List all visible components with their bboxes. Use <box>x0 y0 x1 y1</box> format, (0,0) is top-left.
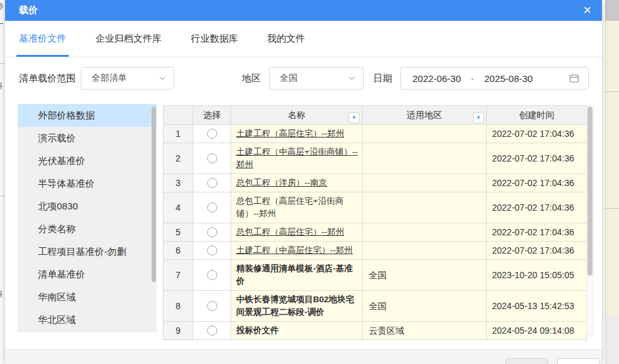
category-list-item[interactable]: 光伏基准价 <box>18 150 157 172</box>
row-select-cell <box>193 260 231 291</box>
row-index: 9 <box>164 322 193 340</box>
category-list-item[interactable]: 华北区域 <box>18 308 157 331</box>
radio-button[interactable] <box>207 326 217 336</box>
table-row: 1 土建工程（高层住宅）--郑州 2022-07-02 17:04:36 <box>164 125 587 143</box>
region-label: 地区 <box>242 73 261 85</box>
filter-triangle-glyph: ▼ <box>476 115 481 120</box>
category-list-item[interactable]: 北项0830 <box>18 195 157 218</box>
region-cell <box>363 223 487 242</box>
date-range-input[interactable]: 2022-06-30 - 2025-08-30 <box>400 67 589 90</box>
column-header-select: 选择 <box>193 106 231 125</box>
table-row: 9 投标价文件 云贵区域 2024-05-24 09:14:08 <box>164 322 587 340</box>
region-select[interactable]: 全国 <box>269 67 364 90</box>
footer-button-left[interactable] <box>505 358 548 364</box>
calendar-icon[interactable] <box>569 73 579 83</box>
category-list-item[interactable]: 分类名称 <box>18 218 157 240</box>
row-index: 8 <box>164 291 193 322</box>
file-name-link[interactable]: 中铁长春博览城项目B02地块宅间景观工程二标段-调价 <box>231 291 363 322</box>
background-line <box>605 91 619 92</box>
row-select-cell <box>193 192 231 223</box>
table-row: 3 总包工程（洋房）--南京 2022-07-02 17:04:36 <box>164 174 587 192</box>
created-time-cell: 2024-05-24 09:14:08 <box>487 322 587 340</box>
dialog-title: 载价 <box>19 4 38 16</box>
category-list-item[interactable]: 演示载价 <box>18 127 157 150</box>
created-time-cell: 2022-07-02 17:04:36 <box>487 125 587 143</box>
radio-button[interactable] <box>207 227 217 237</box>
background-line <box>605 208 619 209</box>
footer-button-right[interactable] <box>557 358 600 364</box>
background-page-right-fragment <box>602 0 619 364</box>
table-header-row: 选择 名称 ▼ 适用地区 ▼ 创建时间 <box>164 106 587 125</box>
radio-button[interactable] <box>207 153 217 163</box>
column-header-created: 创建时间 <box>487 106 587 125</box>
dialog-footer <box>5 349 602 364</box>
radio-button[interactable] <box>207 203 217 213</box>
background-text-fragment: 枓 <box>0 289 3 300</box>
category-list-item[interactable]: 清单基准价 <box>18 263 157 286</box>
row-index: 6 <box>164 242 193 260</box>
category-list-item[interactable]: 华南区域 <box>18 286 157 308</box>
radio-button[interactable] <box>207 178 217 188</box>
file-name-link[interactable]: 土建工程（高层住宅）--郑州 <box>231 125 363 143</box>
created-time-cell: 2022-07-02 17:04:36 <box>487 143 587 174</box>
created-time-cell: 2023-10-20 15:05:05 <box>487 260 587 291</box>
background-line <box>0 63 5 64</box>
table-row: 5 总包工程（高层住宅）--郑州 2022-07-02 17:04:36 <box>164 223 587 242</box>
row-index: 2 <box>164 143 193 174</box>
radio-button[interactable] <box>207 245 217 255</box>
tab-item[interactable]: 我的文件 <box>267 21 305 57</box>
region-cell <box>363 242 487 260</box>
column-header-name-label: 名称 <box>288 110 306 120</box>
region-cell: 云贵区域 <box>363 322 487 340</box>
file-name-link[interactable]: 总包工程（洋房）--南京 <box>231 174 363 192</box>
sidebar-scrollbar[interactable] <box>152 107 156 282</box>
category-list-item[interactable]: 半导体基准价 <box>18 172 157 195</box>
date-start-value[interactable]: 2022-06-30 <box>412 73 461 84</box>
row-index: 7 <box>164 260 193 291</box>
background-text-fragment: 枓 <box>0 81 3 91</box>
created-time-cell: 2022-07-02 17:04:36 <box>487 242 587 260</box>
column-header-region: 适用地区 ▼ <box>363 106 487 125</box>
screen: 秒—0枓00枓) 载价 ✕ 基准价文件企业归档文件库行业数据库我的文件 清单载价… <box>0 0 619 364</box>
column-header-name: 名称 ▼ <box>231 106 363 125</box>
table-row: 7 精装修通用清单模板-酒店-基准价 全国 2023-10-20 15:05:0… <box>164 260 587 291</box>
tab-item[interactable]: 企业归档文件库 <box>95 21 162 57</box>
region-cell <box>363 174 487 192</box>
name-filter-icon[interactable]: ▼ <box>349 112 359 123</box>
load-price-dialog: 载价 ✕ 基准价文件企业归档文件库行业数据库我的文件 清单载价范围 全部清单 地… <box>5 0 602 364</box>
date-end-value[interactable]: 2025-08-30 <box>484 73 533 84</box>
file-name-link[interactable]: 投标价文件 <box>231 322 363 340</box>
radio-button[interactable] <box>207 301 217 311</box>
table-row: 8 中铁长春博览城项目B02地块宅间景观工程二标段-调价 全国 2024-05-… <box>164 291 587 322</box>
category-list-item[interactable]: 工程项目基准价-勿删 <box>18 240 157 263</box>
file-name-link[interactable]: 土建工程（中高层+沿街商铺）--郑州 <box>231 143 363 174</box>
created-time-cell: 2022-07-02 17:04:36 <box>487 223 587 242</box>
background-scrollbar-fragment <box>605 0 619 21</box>
table-scrollbar[interactable] <box>586 105 594 336</box>
radio-button[interactable] <box>207 270 217 280</box>
file-name-link[interactable]: 总包工程（高层住宅+沿街商铺）--郑州 <box>231 192 363 223</box>
filter-bar: 清单载价范围 全部清单 地区 全国 日期 2022-06-30 - 2025-0… <box>5 57 602 99</box>
tab-item[interactable]: 行业数据库 <box>191 21 238 57</box>
file-name-link[interactable]: 土建工程（中高层住宅）--郑州 <box>231 242 363 260</box>
table-row: 6 土建工程（中高层住宅）--郑州 2022-07-02 17:04:36 <box>164 242 587 260</box>
tab-bar: 基准价文件企业归档文件库行业数据库我的文件 <box>5 21 602 57</box>
table-scrollbar-thumb[interactable] <box>587 107 592 276</box>
close-icon[interactable]: ✕ <box>583 5 592 16</box>
chevron-down-icon <box>159 74 166 82</box>
background-footer-fragment <box>605 315 619 364</box>
background-line <box>0 196 5 196</box>
scope-select[interactable]: 全部清单 <box>81 67 174 90</box>
file-name-link[interactable]: 总包工程（高层住宅）--郑州 <box>231 223 363 242</box>
category-list-item[interactable]: 外部价格数据 <box>18 104 157 127</box>
tab-item[interactable]: 基准价文件 <box>19 21 66 57</box>
region-filter-icon[interactable]: ▼ <box>473 112 484 123</box>
row-select-cell <box>193 143 231 174</box>
filter-triangle-glyph: ▼ <box>352 115 357 120</box>
row-select-cell <box>193 242 231 260</box>
row-index: 3 <box>164 174 193 192</box>
created-time-cell: 2022-07-02 17:04:36 <box>487 174 587 192</box>
row-index: 4 <box>164 192 193 223</box>
radio-button[interactable] <box>207 129 217 139</box>
file-name-link[interactable]: 精装修通用清单模板-酒店-基准价 <box>231 260 363 291</box>
